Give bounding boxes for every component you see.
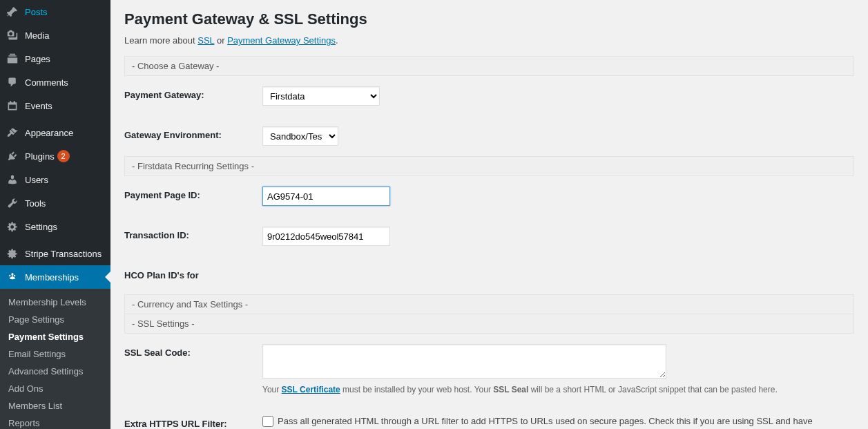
sidebar-item-memberships[interactable]: Memberships [0,265,110,289]
sidebar-label: Comments [25,77,68,88]
sidebar-label: Users [25,175,48,185]
label-payment-page-id: Payment Page ID: [124,176,262,216]
settings-icon [6,220,19,233]
sidebar-label: Stripe Transactions [25,249,102,259]
sidebar-label: Media [25,30,49,41]
label-transaction-id: Transaction ID: [124,216,262,256]
label-extra-https: Extra HTTPS URL Filter: [124,405,262,429]
plugins-badge: 2 [57,150,70,162]
extra-https-desc: Pass all generated HTML through a URL fi… [262,416,813,429]
hint-strong: SSL Seal [493,385,528,394]
label-hco-plan: HCO Plan ID's for [124,256,262,294]
group-icon [6,270,19,284]
sidebar-label: Appearance [25,128,73,138]
section-choose-gateway: - Choose a Gateway - [124,56,854,76]
ssl-certificate-link[interactable]: SSL Certificate [282,385,340,394]
sidebar-item-settings[interactable]: Settings [0,215,110,238]
pin-icon [6,5,19,19]
page-icon [6,52,19,66]
label-gateway-env: Gateway Environment: [124,116,262,156]
submenu-reports[interactable]: Reports [0,414,110,429]
sidebar-label: Events [25,101,52,111]
comment-icon [6,75,19,89]
hint-suffix: will be a short HTML or JavaScript snipp… [528,385,777,394]
sidebar-item-posts[interactable]: Posts [0,0,110,23]
sidebar-label: Posts [25,7,48,17]
submenu-payment-settings[interactable]: Payment Settings [0,328,110,345]
sidebar-item-appearance[interactable]: Appearance [0,121,110,144]
sidebar-label: Tools [25,198,46,209]
sidebar-label: Pages [25,54,50,64]
intro-suffix: . [336,35,338,46]
sidebar-item-tools[interactable]: Tools [0,191,110,215]
sidebar-submenu: Membership Levels Page Settings Payment … [0,289,110,429]
ssl-seal-hint: Your SSL Certificate must be installed b… [262,385,847,394]
gateway-settings-link[interactable]: Payment Gateway Settings [227,35,336,46]
appearance-icon [6,126,19,140]
sidebar-item-comments[interactable]: Comments [0,70,110,94]
hint-mid: must be installed by your web host. Your [340,385,493,394]
submenu-members-list[interactable]: Members List [0,397,110,414]
user-icon [6,173,19,187]
sidebar-label: Plugins [25,151,55,162]
sidebar-label: Memberships [25,272,79,283]
submenu-membership-levels[interactable]: Membership Levels [0,294,110,311]
sidebar-item-users[interactable]: Users [0,168,110,191]
intro-text: Learn more about SSL or Payment Gateway … [124,35,854,46]
intro-prefix: Learn more about [124,35,197,46]
page-title: Payment Gateway & SSL Settings [124,10,854,28]
main-content: Payment Gateway & SSL Settings Learn mor… [110,0,868,429]
submenu-add-ons[interactable]: Add Ons [0,380,110,397]
sidebar-item-plugins[interactable]: Plugins 2 [0,144,110,168]
submenu-advanced-settings[interactable]: Advanced Settings [0,363,110,380]
media-icon [6,28,19,42]
sidebar-item-media[interactable]: Media [0,23,110,47]
ssl-link[interactable]: SSL [197,35,214,46]
extra-https-checkbox[interactable] [262,416,273,427]
sidebar-item-pages[interactable]: Pages [0,47,110,70]
payment-gateway-select[interactable]: Firstdata [262,86,380,106]
sidebar-item-stripe[interactable]: Stripe Transactions [0,242,110,265]
submenu-page-settings[interactable]: Page Settings [0,311,110,328]
sidebar-item-events[interactable]: Events [0,94,110,117]
section-ssl: - SSL Settings - [124,314,854,334]
section-recurring: - Firstdata Recurring Settings - [124,156,854,176]
section-currency: - Currency and Tax Settings - [124,294,854,314]
sidebar-label: Settings [25,222,57,232]
gateway-environment-select[interactable]: Sandbox/Testing [262,126,338,146]
label-ssl-seal: SSL Seal Code: [124,334,262,405]
tool-icon [6,196,19,210]
transaction-id-input[interactable] [262,227,390,246]
calendar-icon [6,99,19,113]
gear-icon [6,247,19,260]
label-payment-gateway: Payment Gateway: [124,76,262,116]
hint-prefix: Your [262,385,282,394]
admin-sidebar: Posts Media Pages Comments Events Appear… [0,0,110,429]
intro-mid: or [214,35,227,46]
payment-page-id-input[interactable] [262,187,390,206]
plugin-icon [6,149,19,163]
ssl-seal-textarea[interactable] [262,344,666,379]
submenu-email-settings[interactable]: Email Settings [0,345,110,363]
